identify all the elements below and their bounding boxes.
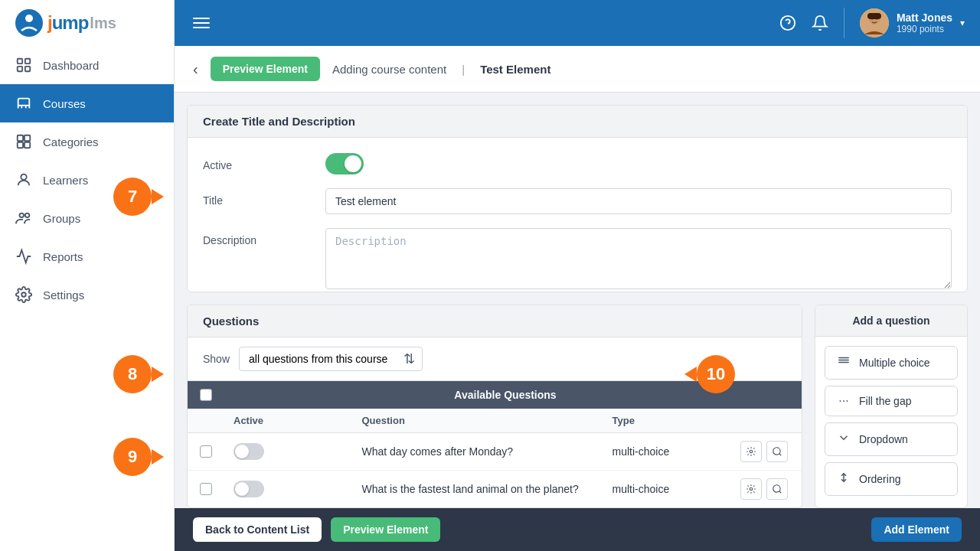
row-question-2: What is the fastest land animal on the p…: [362, 483, 606, 495]
back-to-content-list-button[interactable]: Back to Content List: [193, 517, 322, 542]
ordering-button[interactable]: Ordering: [825, 462, 958, 496]
sidebar-item-courses[interactable]: Courses: [0, 84, 174, 122]
show-select[interactable]: all questions from this course selected …: [239, 347, 423, 371]
add-question-panel: Add a question Multiple choice ··· Fill …: [815, 305, 968, 508]
multiple-choice-button[interactable]: Multiple choice: [825, 346, 958, 380]
svg-point-0: [15, 9, 43, 37]
svg-rect-3: [25, 59, 30, 64]
svg-rect-5: [25, 67, 30, 71]
user-avatar: [860, 8, 889, 37]
hamburger-line-3: [193, 27, 210, 28]
row-checkbox-1[interactable]: [200, 445, 212, 458]
row-settings-button-1[interactable]: [740, 441, 762, 462]
svg-point-11: [20, 214, 24, 218]
user-name: Matt Jones: [897, 11, 952, 24]
section-body-create: Active Title Description: [188, 138, 967, 292]
row-actions-2: [740, 478, 789, 500]
dropdown-label: Dropdown: [859, 433, 908, 445]
row-actions-1: [740, 441, 789, 462]
row-preview-button-2[interactable]: [766, 478, 788, 500]
notifications-button[interactable]: [812, 15, 828, 31]
title-control: [325, 188, 952, 214]
row-preview-button-1[interactable]: [766, 441, 788, 462]
svg-point-1: [25, 15, 33, 22]
active-toggle[interactable]: [325, 153, 364, 174]
row-checkbox-2[interactable]: [200, 483, 212, 495]
logo-icon: [15, 9, 43, 37]
menu-toggle-button[interactable]: [190, 15, 213, 31]
row-active-2: [234, 481, 356, 497]
svg-rect-4: [18, 67, 22, 71]
create-title-section: Create Title and Description Active Titl…: [187, 105, 968, 292]
fill-gap-button[interactable]: ··· Fill the gap: [825, 386, 958, 416]
breadcrumb-separator: |: [462, 63, 465, 76]
multiple-choice-label: Multiple choice: [859, 357, 930, 369]
row-toggle-1[interactable]: [234, 443, 264, 460]
svg-point-24: [750, 487, 753, 491]
back-arrow-button[interactable]: ‹: [193, 60, 198, 78]
sidebar-item-categories[interactable]: Categories: [0, 122, 174, 161]
col-active: Active: [234, 415, 356, 426]
section-header-create: Create Title and Description: [188, 106, 967, 138]
gear-icon: [746, 484, 756, 494]
top-header: Matt Jones 1990 points ▾: [175, 0, 980, 46]
sub-header: ‹ Preview Element Adding course content …: [175, 46, 980, 93]
row-question-1: What day comes after Monday?: [362, 445, 606, 458]
svg-line-26: [779, 491, 782, 494]
tooltip-7: 7: [113, 178, 152, 216]
fill-gap-label: Fill the gap: [859, 395, 911, 407]
main-content: Matt Jones 1990 points ▾ ‹ Preview Eleme…: [175, 0, 980, 551]
svg-rect-20: [867, 13, 881, 19]
logo-lms: lms: [90, 15, 116, 32]
svg-point-10: [21, 174, 26, 180]
select-all-checkbox[interactable]: [200, 389, 212, 401]
svg-rect-8: [18, 142, 23, 148]
title-input[interactable]: [325, 188, 952, 214]
sidebar-item-reports[interactable]: Reports: [0, 237, 174, 276]
header-divider: [844, 8, 844, 38]
active-toggle-control: [325, 153, 952, 174]
user-menu[interactable]: Matt Jones 1990 points ▾: [860, 8, 965, 37]
description-control: [325, 228, 952, 292]
courses-icon: [15, 95, 32, 112]
svg-point-13: [21, 292, 26, 297]
show-select-wrap: all questions from this course selected …: [239, 347, 423, 371]
svg-line-23: [779, 454, 782, 456]
col-type: Type: [612, 415, 735, 426]
logo: jump lms: [0, 0, 174, 46]
sidebar-label-groups: Groups: [43, 212, 80, 225]
bottom-left-actions: Back to Content List Preview Element: [193, 517, 440, 542]
add-element-button[interactable]: Add Element: [871, 517, 962, 542]
multiple-choice-icon: [836, 354, 851, 371]
row-active-1: [234, 443, 356, 460]
sidebar-label-learners: Learners: [43, 174, 88, 187]
user-menu-chevron: ▾: [960, 18, 965, 28]
description-textarea[interactable]: [325, 228, 952, 289]
row-settings-button-2[interactable]: [740, 478, 762, 500]
svg-rect-6: [18, 135, 23, 141]
fill-gap-icon: ···: [836, 394, 851, 408]
sidebar-item-dashboard[interactable]: Dashboard: [0, 46, 174, 84]
help-button[interactable]: [779, 15, 796, 31]
sidebar-label-dashboard: Dashboard: [43, 59, 99, 72]
sidebar: jump lms Dashboard Courses Categories Le…: [0, 0, 175, 551]
logo-text: jump: [47, 12, 88, 34]
dropdown-button[interactable]: Dropdown: [825, 422, 958, 456]
header-left: [190, 15, 213, 31]
add-question-body: Multiple choice ··· Fill the gap Dropdow…: [815, 337, 967, 505]
add-question-header: Add a question: [815, 305, 967, 337]
bottom-preview-button[interactable]: Preview Element: [331, 517, 440, 542]
row-toggle-2[interactable]: [234, 481, 264, 497]
toggle-knob: [345, 155, 361, 172]
ordering-icon: [836, 471, 851, 487]
preview-element-button[interactable]: Preview Element: [211, 57, 320, 81]
hamburger-line-2: [193, 22, 210, 24]
table-columns: Active Question Type: [188, 409, 802, 433]
user-text: Matt Jones 1990 points: [897, 11, 952, 34]
dropdown-icon: [836, 431, 851, 448]
row-toggle-knob-1: [235, 445, 249, 458]
svg-point-22: [773, 448, 780, 455]
sidebar-label-reports: Reports: [43, 250, 83, 263]
sidebar-item-settings[interactable]: Settings: [0, 276, 174, 314]
row-type-1: multi-choice: [612, 445, 735, 458]
